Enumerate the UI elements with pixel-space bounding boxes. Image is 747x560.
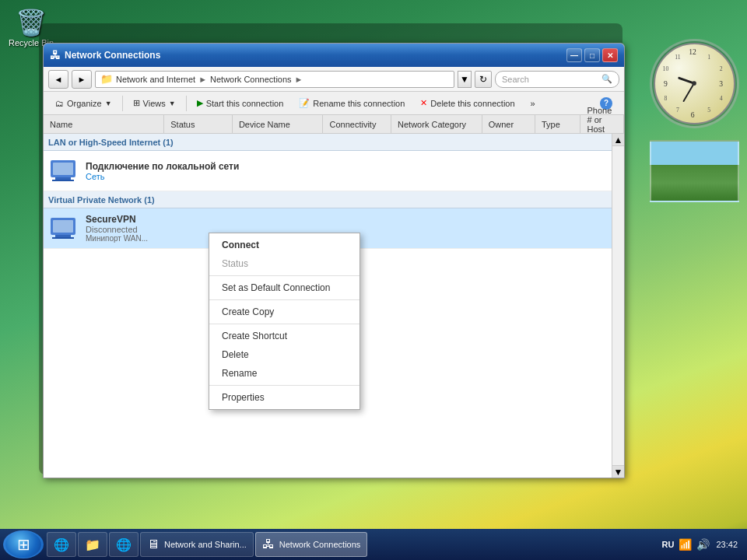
start-connection-label: Start this connection xyxy=(206,99,284,108)
search-placeholder: Search xyxy=(502,75,529,84)
views-arrow: ▼ xyxy=(169,100,176,107)
network-sharing-label: Network and Sharin... xyxy=(164,540,247,549)
scroll-down[interactable]: ▼ xyxy=(612,465,624,478)
clock-display[interactable]: 23:42 xyxy=(716,540,738,549)
svg-text:3: 3 xyxy=(719,79,723,88)
taskbar: ⊞ 🌐 📁 🌐 🖥 Network and Sharin... 🖧 Networ… xyxy=(0,529,747,560)
vpn-item-name: SecureVPN xyxy=(86,214,624,225)
start-orb: ⊞ xyxy=(5,531,41,558)
vpn-monitor-shape xyxy=(51,218,75,235)
scroll-up[interactable]: ▲ xyxy=(612,134,624,146)
organize-icon: 🗂 xyxy=(55,99,64,108)
volume-icon[interactable]: 🔊 xyxy=(696,538,710,551)
path-separator-1: ► xyxy=(198,75,207,84)
taskbar-time: 23:42 xyxy=(716,540,738,549)
path-separator-2: ► xyxy=(295,75,303,84)
taskbar-items: 🌐 📁 🌐 🖥 Network and Sharin... 🖧 Network … xyxy=(47,532,662,557)
col-header-type[interactable]: Type xyxy=(535,115,581,133)
lang-indicator: RU xyxy=(662,540,675,549)
ctx-copy[interactable]: Create Copy xyxy=(209,303,359,321)
delete-connection-button[interactable]: ✕ Delete this connection xyxy=(413,94,521,113)
taskbar-ie2[interactable]: 🌐 xyxy=(109,532,139,557)
group-lan-label: LAN or High-Speed Internet (1) xyxy=(48,138,174,147)
rename-icon: 📝 xyxy=(299,98,310,108)
start-connection-icon: ▶ xyxy=(197,98,203,108)
ctx-default[interactable]: Set as Default Connection xyxy=(209,278,359,297)
address-bar: ◄ ► 📁 Network and Internet ► Network Con… xyxy=(44,67,624,92)
forward-button[interactable]: ► xyxy=(72,70,92,89)
refresh-button[interactable]: ↻ xyxy=(475,71,492,88)
col-header-network-category[interactable]: Network Category xyxy=(391,115,482,133)
taskbar-network-sharing[interactable]: 🖥 Network and Sharin... xyxy=(140,532,254,557)
col-header-phone[interactable]: Phone # or Host Addre... xyxy=(580,115,624,133)
ctx-shortcut[interactable]: Create Shortcut xyxy=(209,327,359,345)
views-button[interactable]: ⊞ Views ▼ xyxy=(126,94,183,113)
stand-shape xyxy=(52,180,74,181)
window-icon: 🖧 xyxy=(50,49,61,61)
svg-line-12 xyxy=(679,78,694,83)
vpn-screen-shape xyxy=(53,220,73,233)
scrollbar[interactable]: ▲ ▼ xyxy=(612,134,624,478)
delete-label: Delete this connection xyxy=(430,99,514,108)
svg-line-13 xyxy=(684,83,694,101)
start-connection-button[interactable]: ▶ Start this connection xyxy=(190,94,291,113)
minimize-button[interactable]: — xyxy=(566,48,582,62)
taskbar-explorer[interactable]: 📁 xyxy=(78,532,107,557)
clock-svg: 12 3 6 9 1 2 4 5 7 8 10 11 xyxy=(655,44,734,123)
network-tray-icon[interactable]: 📶 xyxy=(679,538,692,551)
ctx-separator-1 xyxy=(209,275,359,276)
ctx-connect[interactable]: Connect xyxy=(209,236,359,254)
explorer-icon: 📁 xyxy=(85,537,100,552)
col-header-owner[interactable]: Owner xyxy=(482,115,535,133)
group-lan-header[interactable]: LAN or High-Speed Internet (1) ▲ xyxy=(44,134,624,151)
monitor-shape xyxy=(51,160,75,177)
ctx-rename[interactable]: Rename xyxy=(209,364,359,383)
folder-icon: 📁 xyxy=(100,73,113,85)
lan-item[interactable]: Подключение по локальной сети Сеть xyxy=(44,151,624,191)
svg-text:7: 7 xyxy=(676,107,679,114)
svg-text:5: 5 xyxy=(707,107,710,114)
maximize-button[interactable]: □ xyxy=(584,48,600,62)
address-field[interactable]: 📁 Network and Internet ► Network Connect… xyxy=(95,71,454,88)
col-header-name[interactable]: Name xyxy=(44,115,164,133)
taskbar-ie[interactable]: 🌐 xyxy=(47,532,76,557)
network-sharing-icon: 🖥 xyxy=(147,537,160,551)
path-current: Network Connections xyxy=(210,75,292,84)
vpn-item-icon-area xyxy=(44,218,82,239)
system-tray: RU 📶 🔊 xyxy=(662,538,710,551)
start-button[interactable]: ⊞ xyxy=(3,530,44,558)
vpn-stand-shape xyxy=(52,237,74,239)
ctx-delete[interactable]: Delete xyxy=(209,345,359,364)
rename-connection-button[interactable]: 📝 Rename this connection xyxy=(292,94,412,113)
svg-text:12: 12 xyxy=(689,47,696,56)
ctx-separator-4 xyxy=(209,385,359,386)
title-bar: 🖧 Network Connections — □ ✕ xyxy=(44,44,624,67)
network-connections-window: 🖧 Network Connections — □ ✕ ◄ ► 📁 Networ… xyxy=(43,43,625,478)
vpn-icon xyxy=(51,218,75,239)
organize-button[interactable]: 🗂 Organize ▼ xyxy=(48,94,119,113)
network-connections-label: Network Connections xyxy=(279,540,361,549)
ie2-icon: 🌐 xyxy=(116,537,132,552)
ctx-status[interactable]: Status xyxy=(209,254,359,273)
col-header-status[interactable]: Status xyxy=(164,115,233,133)
network-connections-icon: 🖧 xyxy=(262,537,275,551)
scroll-track[interactable] xyxy=(612,146,624,465)
svg-text:8: 8 xyxy=(665,95,668,102)
taskbar-network-connections[interactable]: 🖧 Network Connections xyxy=(255,532,368,557)
address-dropdown[interactable]: ▼ xyxy=(458,71,472,88)
close-button[interactable]: ✕ xyxy=(602,48,618,62)
ctx-properties[interactable]: Properties xyxy=(209,388,359,407)
col-header-device[interactable]: Device Name xyxy=(233,115,324,133)
address-path: 📁 Network and Internet ► Network Connect… xyxy=(100,73,303,85)
ctx-separator-3 xyxy=(209,324,359,324)
clock-face: 12 3 6 9 1 2 4 5 7 8 10 11 xyxy=(654,43,735,124)
col-header-connectivity[interactable]: Connectivity xyxy=(323,115,391,133)
ie-icon: 🌐 xyxy=(54,537,69,552)
group-vpn-header[interactable]: Virtual Private Network (1) ▲ xyxy=(44,191,624,208)
toolbar-divider-1 xyxy=(122,96,123,111)
back-button[interactable]: ◄ xyxy=(48,70,68,89)
search-field[interactable]: Search 🔍 xyxy=(495,71,619,88)
svg-text:6: 6 xyxy=(691,110,695,119)
lan-item-status: Сеть xyxy=(86,172,624,181)
more-button[interactable]: » xyxy=(524,94,542,113)
